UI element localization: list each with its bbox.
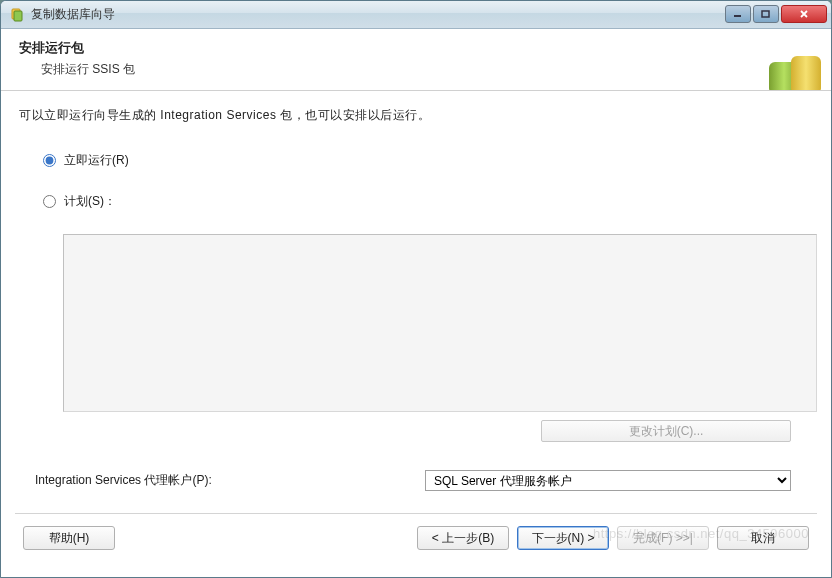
wizard-window: 复制数据库向导 安排运行包 安排运行 SSIS 包 可以立即运行向导生成的 In…: [0, 0, 832, 578]
back-button[interactable]: < 上一步(B): [417, 526, 509, 550]
schedule-preview-box: [63, 234, 817, 412]
window-controls: [725, 6, 827, 23]
page-title: 安排运行包: [19, 39, 813, 57]
option-run-now-label: 立即运行(R): [64, 152, 129, 169]
proxy-row: Integration Services 代理帐户(P): SQL Server…: [35, 470, 791, 491]
titlebar: 复制数据库向导: [1, 1, 831, 29]
next-button[interactable]: 下一步(N) >: [517, 526, 609, 550]
app-icon: [9, 7, 25, 23]
change-schedule-button: 更改计划(C)...: [541, 420, 791, 442]
header-decoration: [761, 29, 831, 90]
option-schedule[interactable]: 计划(S)：: [43, 193, 813, 210]
option-schedule-label: 计划(S)：: [64, 193, 116, 210]
proxy-account-label: Integration Services 代理帐户(P):: [35, 472, 425, 489]
svg-rect-3: [762, 11, 769, 17]
button-bar: 帮助(H) < 上一步(B) 下一步(N) > 完成(F) >>| 取消: [1, 514, 831, 550]
svg-rect-1: [14, 11, 22, 21]
maximize-button[interactable]: [753, 5, 779, 23]
wizard-header: 安排运行包 安排运行 SSIS 包: [1, 29, 831, 91]
close-button[interactable]: [781, 5, 827, 23]
help-button[interactable]: 帮助(H): [23, 526, 115, 550]
option-run-now[interactable]: 立即运行(R): [43, 152, 813, 169]
radio-run-now[interactable]: [43, 154, 56, 167]
radio-schedule[interactable]: [43, 195, 56, 208]
minimize-button[interactable]: [725, 5, 751, 23]
page-subtitle: 安排运行 SSIS 包: [41, 61, 813, 78]
finish-button: 完成(F) >>|: [617, 526, 709, 550]
cancel-button[interactable]: 取消: [717, 526, 809, 550]
content-area: 可以立即运行向导生成的 Integration Services 包，也可以安排…: [1, 91, 831, 491]
proxy-account-select[interactable]: SQL Server 代理服务帐户: [425, 470, 791, 491]
window-title: 复制数据库向导: [31, 6, 725, 23]
intro-text: 可以立即运行向导生成的 Integration Services 包，也可以安排…: [19, 107, 813, 124]
